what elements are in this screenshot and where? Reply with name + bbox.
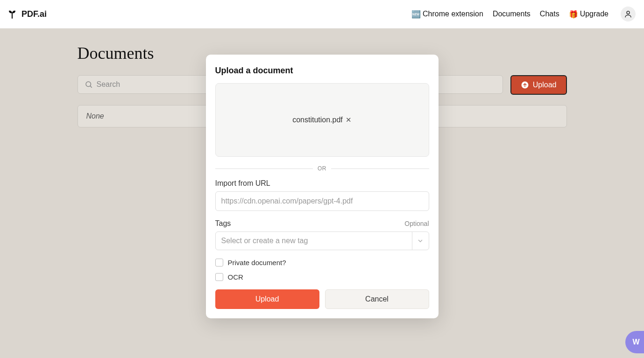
top-nav: 🆕 Chrome extension Documents Chats 🎁 Upg…	[411, 7, 636, 21]
svg-line-2	[90, 86, 92, 87]
tags-label-row: Tags Optional	[215, 219, 429, 228]
upload-button[interactable]: Upload	[510, 75, 567, 95]
search-icon	[85, 80, 93, 89]
remove-file-icon[interactable]: ✕	[346, 116, 352, 124]
nav-chats[interactable]: Chats	[540, 10, 559, 18]
new-badge-icon: 🆕	[411, 10, 421, 19]
or-text: OR	[318, 165, 326, 172]
tags-label: Tags	[215, 219, 231, 228]
nav-upgrade-label: Upgrade	[580, 10, 609, 18]
chevron-down-icon	[412, 232, 429, 250]
import-url-input[interactable]	[215, 191, 429, 211]
checkbox-box	[215, 273, 223, 281]
svg-point-0	[627, 11, 630, 14]
checkbox-box	[215, 259, 223, 267]
modal-cancel-label: Cancel	[365, 295, 389, 303]
upload-button-label: Upload	[533, 81, 557, 89]
private-checkbox[interactable]: Private document?	[215, 259, 429, 267]
empty-state-text: None	[86, 112, 104, 120]
logo-icon	[7, 8, 18, 20]
brand-name: PDF.ai	[21, 9, 47, 19]
selected-file: constitution.pdf ✕	[292, 116, 352, 124]
nav-chrome-extension[interactable]: 🆕 Chrome extension	[411, 10, 483, 19]
selected-file-name: constitution.pdf	[292, 116, 343, 124]
modal-title: Upload a document	[215, 66, 429, 76]
modal-actions: Upload Cancel	[215, 289, 429, 309]
tags-optional: Optional	[404, 220, 429, 227]
private-label: Private document?	[228, 259, 286, 267]
nav-documents-label: Documents	[493, 10, 531, 18]
tags-select[interactable]: Select or create a new tag	[215, 232, 429, 250]
file-dropzone[interactable]: constitution.pdf ✕	[215, 83, 429, 157]
tags-select-placeholder: Select or create a new tag	[221, 237, 308, 245]
nav-documents[interactable]: Documents	[493, 10, 531, 18]
nav-chrome-extension-label: Chrome extension	[423, 10, 483, 18]
modal-cancel-button[interactable]: Cancel	[325, 289, 429, 309]
modal-upload-label: Upload	[255, 295, 279, 303]
app-header: PDF.ai 🆕 Chrome extension Documents Chat…	[0, 0, 644, 28]
profile-button[interactable]	[621, 7, 636, 21]
nav-chats-label: Chats	[540, 10, 559, 18]
or-divider: OR	[215, 165, 429, 172]
brand-logo[interactable]: PDF.ai	[7, 8, 47, 20]
import-url-label: Import from URL	[215, 179, 429, 188]
nav-upgrade[interactable]: 🎁 Upgrade	[569, 10, 609, 19]
fab-label: W	[632, 338, 639, 346]
divider-line	[331, 168, 429, 169]
divider-line	[215, 168, 313, 169]
ocr-checkbox[interactable]: OCR	[215, 273, 429, 281]
ocr-label: OCR	[228, 273, 243, 281]
help-fab[interactable]: W	[625, 331, 644, 353]
svg-point-1	[86, 82, 91, 87]
upload-modal: Upload a document constitution.pdf ✕ OR …	[206, 55, 439, 318]
modal-upload-button[interactable]: Upload	[215, 289, 319, 309]
person-icon	[624, 10, 632, 18]
gift-icon: 🎁	[569, 10, 578, 19]
upload-icon	[521, 81, 529, 89]
